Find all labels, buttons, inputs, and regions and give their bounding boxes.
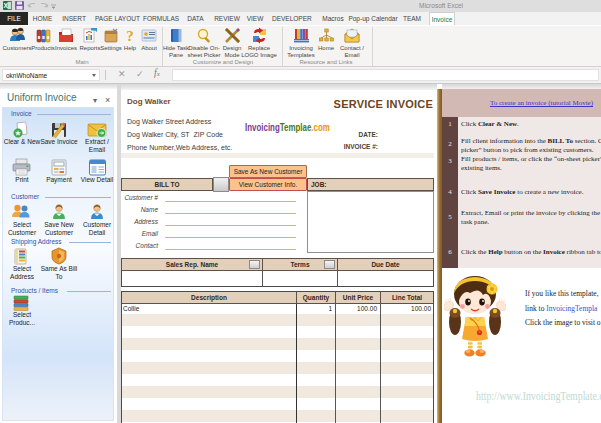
svg-text:?: ? (126, 28, 134, 44)
svg-text:X: X (3, 2, 8, 9)
